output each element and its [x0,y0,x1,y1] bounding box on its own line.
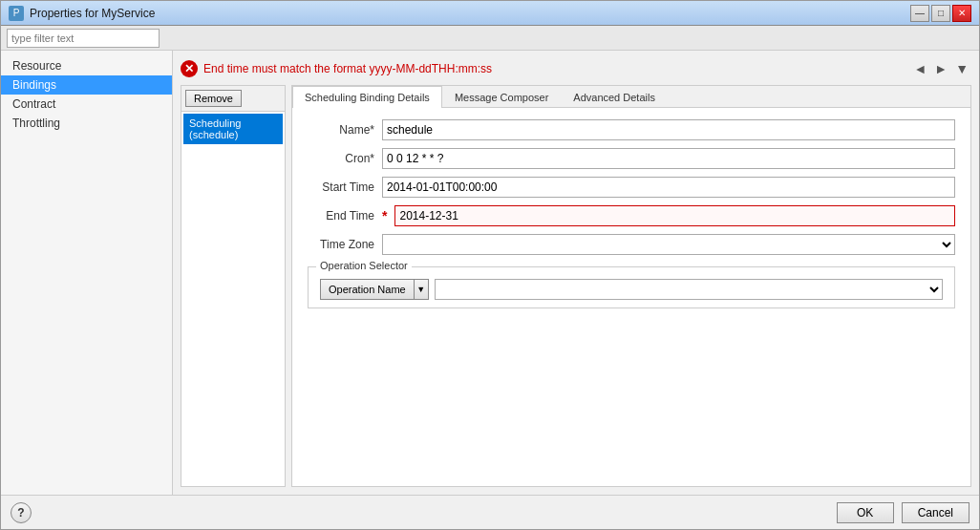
bindings-panel: Remove Scheduling (schedule) [181,85,286,487]
operation-name-dropdown: Operation Name ▼ [320,279,429,300]
nav-dropdown-button[interactable]: ▼ [952,60,971,77]
window-title: Properties for MyService [30,7,155,20]
tab-scheduling-binding-details[interactable]: Scheduling Binding Details [292,86,442,108]
name-label: Name* [308,123,374,137]
cron-input[interactable] [382,148,955,169]
main-content: Resource Bindings Contract Throttling ✕ … [1,51,979,495]
form-row-cron: Cron* [308,148,955,169]
tab-message-composer[interactable]: Message Composer [442,86,561,108]
error-icon: ✕ [181,60,198,77]
sidebar-item-resource[interactable]: Resource [1,56,172,75]
start-time-input[interactable] [382,177,955,198]
sidebar: Resource Bindings Contract Throttling [1,51,173,495]
error-bar: ✕ End time must match the format yyyy-MM… [181,58,971,79]
form-row-timezone: Time Zone [308,234,955,255]
form-row-start-time: Start Time [308,177,955,198]
ok-button[interactable]: OK [837,502,894,523]
operation-name-arrow-button[interactable]: ▼ [414,279,429,300]
sidebar-item-contract[interactable]: Contract [1,95,172,114]
tab-advanced-details[interactable]: Advanced Details [561,86,668,108]
help-button[interactable]: ? [11,502,32,523]
remove-button[interactable]: Remove [185,90,242,107]
end-time-error-indicator: * [382,208,387,223]
operation-name-button[interactable]: Operation Name [320,279,414,300]
sidebar-item-bindings[interactable]: Bindings [1,75,172,95]
content-area: ✕ End time must match the format yyyy-MM… [173,51,979,495]
title-bar-left: P Properties for MyService [9,6,155,21]
operation-selector-group: Operation Selector Operation Name ▼ [308,266,955,308]
operation-row: Operation Name ▼ [320,279,943,300]
nav-back-button[interactable]: ◄ [910,60,929,77]
form-area: Name* Cron* Start Time End Time [292,108,970,324]
end-time-input[interactable] [394,205,955,226]
form-row-end-time: End Time * [308,205,955,226]
minimize-button[interactable]: — [910,5,929,22]
start-time-label: Start Time [308,180,374,194]
filter-input[interactable] [7,29,160,48]
nav-forward-button[interactable]: ► [931,60,950,77]
bottom-buttons: OK Cancel [837,502,969,523]
operation-value-select[interactable] [435,279,943,300]
nav-arrows: ◄ ► ▼ [910,60,971,77]
maximize-button[interactable]: □ [931,5,950,22]
cron-label: Cron* [308,152,374,165]
tabs-bar: Scheduling Binding Details Message Compo… [292,86,970,108]
form-row-name: Name* [308,119,955,140]
sidebar-item-throttling[interactable]: Throttling [1,114,172,133]
title-bar: P Properties for MyService — □ ✕ [1,1,979,26]
close-button[interactable]: ✕ [952,5,971,22]
binding-item-scheduling[interactable]: Scheduling (schedule) [183,114,283,144]
error-message: End time must match the format yyyy-MM-d… [203,62,492,75]
title-buttons: — □ ✕ [910,5,971,22]
main-window: P Properties for MyService — □ ✕ Resourc… [0,0,980,530]
bottom-bar: ? OK Cancel [1,495,979,529]
window-icon: P [9,6,24,21]
bindings-toolbar: Remove [181,86,285,112]
cancel-button[interactable]: Cancel [902,502,969,523]
details-panel: Scheduling Binding Details Message Compo… [291,85,971,487]
end-time-label: End Time [308,209,374,223]
timezone-label: Time Zone [308,238,374,251]
window-icon-letter: P [13,8,20,18]
operation-selector-legend: Operation Selector [316,260,412,271]
timezone-select[interactable] [382,234,955,255]
panel-area: Remove Scheduling (schedule) Scheduling … [181,85,971,487]
name-input[interactable] [382,119,955,140]
toolbar [1,26,979,51]
bindings-list: Scheduling (schedule) [181,112,285,486]
